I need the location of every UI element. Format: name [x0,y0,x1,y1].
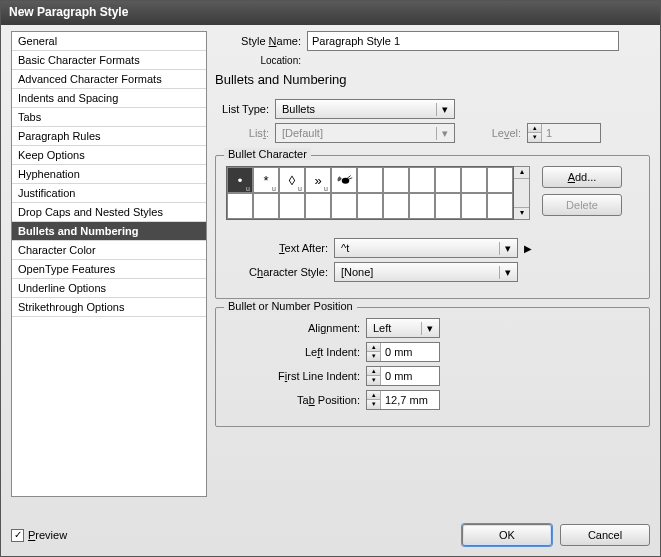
unicode-sub-icon: u [324,185,328,192]
bullet-char-cell[interactable] [357,193,383,219]
bullet-char-cell[interactable] [435,167,461,193]
text-after-value: ^t [341,242,495,254]
bullet-char-cell[interactable] [357,167,383,193]
sidebar-item[interactable]: Underline Options [12,279,206,298]
bullet-char-cell[interactable]: *u [253,167,279,193]
spin-up-icon[interactable]: ▴ [367,367,380,376]
bullet-char-cell[interactable] [279,193,305,219]
ok-button[interactable]: OK [462,524,552,546]
flyout-icon[interactable]: ▶ [524,243,532,254]
sidebar-item[interactable]: Bullets and Numbering [12,222,206,241]
first-line-label: First Line Indent: [226,370,366,382]
sidebar-item[interactable]: Tabs [12,108,206,127]
sidebar-item[interactable]: Character Color [12,241,206,260]
first-line-row: First Line Indent: ▴▾ [226,366,639,386]
bullet-char-cell[interactable] [331,193,357,219]
list-type-combo[interactable]: Bullets ▾ [275,99,455,119]
chevron-down-icon: ▾ [436,103,452,116]
chevron-down-icon: ▾ [499,266,515,279]
tab-pos-value[interactable] [381,391,439,409]
unicode-sub-icon: u [298,185,302,192]
spin-down-icon: ▾ [528,133,541,142]
cancel-button[interactable]: Cancel [560,524,650,546]
left-indent-row: Left Indent: ▴▾ [226,342,639,362]
alignment-row: Alignment: Left ▾ [226,318,639,338]
bullet-char-cell[interactable] [435,193,461,219]
sidebar-item[interactable]: Basic Character Formats [12,51,206,70]
spin-up-icon[interactable]: ▴ [367,343,380,352]
bullet-char-cell[interactable] [487,193,513,219]
svg-point-0 [342,178,350,184]
location-row: Location: [215,55,650,66]
bullet-char-cell[interactable] [461,167,487,193]
sidebar-item[interactable]: OpenType Features [12,260,206,279]
position-legend: Bullet or Number Position [224,300,357,312]
sidebar-item[interactable]: Indents and Spacing [12,89,206,108]
spin-down-icon[interactable]: ▾ [367,376,380,385]
char-style-label: Character Style: [226,266,334,278]
tab-pos-row: Tab Position: ▴▾ [226,390,639,410]
style-name-input[interactable] [307,31,619,51]
sidebar-item[interactable]: Keep Options [12,146,206,165]
chevron-down-icon: ▾ [499,242,515,255]
dialog-content: GeneralBasic Character FormatsAdvanced C… [1,25,660,518]
sidebar-item[interactable]: General [12,32,206,51]
text-after-combo[interactable]: ^t ▾ [334,238,518,258]
spin-up-icon[interactable]: ▴ [367,391,380,400]
style-name-row: Style Name: [215,31,650,51]
alignment-label: Alignment: [226,322,366,334]
sidebar-item[interactable]: Advanced Character Formats [12,70,206,89]
grid-scrollbar[interactable]: ▴ ▾ [514,166,530,220]
dialog-footer: ✓ Preview OK Cancel [1,518,660,556]
scroll-up-icon[interactable]: ▴ [514,167,529,179]
list-row: List: [Default] ▾ Level: ▴ ▾ [215,123,650,143]
bullet-char-cell[interactable] [487,167,513,193]
spin-down-icon[interactable]: ▾ [367,400,380,409]
left-indent-value[interactable] [381,343,439,361]
sidebar-item[interactable]: Paragraph Rules [12,127,206,146]
tab-pos-label: Tab Position: [226,394,366,406]
category-list[interactable]: GeneralBasic Character FormatsAdvanced C… [11,31,207,497]
first-line-spin[interactable]: ▴▾ [366,366,440,386]
sidebar-item[interactable]: Drop Caps and Nested Styles [12,203,206,222]
bullet-char-cell[interactable] [383,193,409,219]
bullet-char-cell[interactable] [227,193,253,219]
dialog-title: New Paragraph Style [1,1,660,25]
bullet-char-cell[interactable] [409,167,435,193]
svg-line-1 [347,176,351,179]
left-indent-spin[interactable]: ▴▾ [366,342,440,362]
checkbox-icon: ✓ [11,529,24,542]
bullet-char-cell[interactable] [253,193,279,219]
bullet-char-cell[interactable]: ◊u [279,167,305,193]
char-style-combo[interactable]: [None] ▾ [334,262,518,282]
bullet-char-cell[interactable] [409,193,435,219]
unicode-sub-icon: u [246,185,250,192]
level-spin: ▴ ▾ [527,123,601,143]
sidebar-item[interactable]: Strikethrough Options [12,298,206,317]
add-button[interactable]: Add... [542,166,622,188]
preview-checkbox[interactable]: ✓ Preview [11,529,67,542]
alignment-value: Left [373,322,417,334]
bullet-char-cell[interactable]: »u [305,167,331,193]
spin-down-icon[interactable]: ▾ [367,352,380,361]
sidebar-item[interactable]: Justification [12,184,206,203]
bullet-char-cell[interactable] [305,193,331,219]
tab-pos-spin[interactable]: ▴▾ [366,390,440,410]
alignment-combo[interactable]: Left ▾ [366,318,440,338]
list-type-row: List Type: Bullets ▾ [215,99,650,119]
spin-up-icon: ▴ [528,124,541,133]
first-line-value[interactable] [381,367,439,385]
bullet-char-cell[interactable] [331,167,357,193]
bullet-char-cell[interactable] [461,193,487,219]
bullet-character-legend: Bullet Character [224,148,311,160]
bullet-char-cell[interactable] [383,167,409,193]
list-value: [Default] [282,127,432,139]
chevron-down-icon: ▾ [436,127,452,140]
sidebar-item[interactable]: Hyphenation [12,165,206,184]
scroll-down-icon[interactable]: ▾ [514,207,529,219]
list-label: List: [215,127,275,139]
location-label: Location: [215,55,307,66]
bullet-char-cell[interactable]: •u [227,167,253,193]
style-name-label: Style Name: [215,35,307,47]
bullet-char-grid[interactable]: •u*u◊u»u [226,166,514,220]
